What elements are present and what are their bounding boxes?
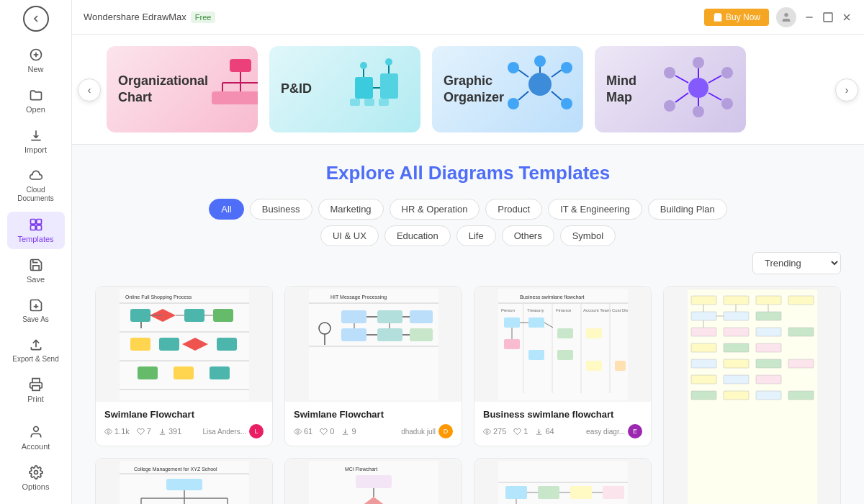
template-card[interactable]: Online Full Shopping Process xyxy=(95,286,273,446)
filter-it[interactable]: IT & Engineering xyxy=(548,199,642,220)
svg-point-45 xyxy=(561,62,572,73)
svg-rect-142 xyxy=(756,328,781,336)
template-card[interactable]: Registration Swimlane Flowchart 307 3 xyxy=(663,286,841,504)
hero-carousel-section: ‹ Organizational Chart xyxy=(72,35,864,145)
sidebar-item-options[interactable]: Options xyxy=(7,459,65,497)
svg-rect-78 xyxy=(174,366,194,379)
back-button[interactable] xyxy=(23,6,49,32)
template-card[interactable]: Business swimlane flowchart Person Treas… xyxy=(474,286,652,446)
svg-rect-93 xyxy=(377,310,402,323)
sidebar-item-import[interactable]: Import xyxy=(7,122,65,160)
topbar: Wondershare EdrawMax Free Buy Now xyxy=(72,0,864,35)
author-avatar: D xyxy=(438,424,453,438)
svg-rect-18 xyxy=(230,59,251,72)
template-grid: Online Full Shopping Process xyxy=(95,286,841,504)
svg-rect-155 xyxy=(724,391,749,400)
svg-rect-91 xyxy=(341,310,366,323)
svg-rect-118 xyxy=(528,318,544,328)
sidebar-item-templates[interactable]: Templates xyxy=(7,212,65,249)
svg-rect-95 xyxy=(410,310,433,323)
filter-business[interactable]: Business xyxy=(250,199,312,220)
sidebar-item-save-as[interactable]: Save As xyxy=(7,292,65,329)
svg-line-51 xyxy=(675,76,688,83)
svg-point-56 xyxy=(721,67,733,78)
filter-product[interactable]: Product xyxy=(485,199,542,220)
heart-icon xyxy=(320,428,328,436)
filter-row-2: UI & UX Education Life Others Symbol xyxy=(95,225,841,246)
svg-rect-189 xyxy=(356,475,392,488)
svg-line-57 xyxy=(708,93,721,100)
svg-point-60 xyxy=(693,106,704,117)
svg-rect-92 xyxy=(341,328,366,341)
sidebar-item-account[interactable]: Account xyxy=(7,419,65,456)
views-stat: 1.1k xyxy=(104,427,130,436)
filter-building[interactable]: Building Plan xyxy=(648,199,727,220)
template-card-body: Swimlane Flowchart 1.1k 7 xyxy=(96,402,272,446)
svg-point-47 xyxy=(561,98,572,109)
filter-symbol[interactable]: Symbol xyxy=(560,225,616,246)
section-title: Explore All Diagrams Templates xyxy=(95,162,841,184)
downloads-stat: 9 xyxy=(341,427,356,436)
svg-rect-137 xyxy=(691,312,716,320)
hero-card-pid[interactable]: P&ID xyxy=(269,46,420,132)
sidebar-item-save[interactable]: Save xyxy=(7,252,65,289)
sidebar-item-new[interactable]: New xyxy=(7,42,65,79)
close-icon[interactable] xyxy=(841,12,852,23)
user-avatar[interactable] xyxy=(776,7,796,27)
svg-point-13 xyxy=(784,13,788,17)
maximize-icon[interactable] xyxy=(822,12,834,23)
filter-marketing[interactable]: Marketing xyxy=(318,199,384,220)
download-icon xyxy=(341,428,349,436)
svg-rect-85 xyxy=(309,289,438,400)
template-card[interactable]: HIT Message Processing xyxy=(284,286,462,446)
sort-select[interactable]: Trending Newest Most Popular xyxy=(752,252,841,274)
sidebar-item-label: New xyxy=(27,65,43,73)
svg-rect-6 xyxy=(36,225,41,230)
template-card[interactable]: MCI Flowchart xyxy=(284,458,462,504)
svg-rect-35 xyxy=(364,99,374,106)
sidebar-item-open[interactable]: Open xyxy=(7,82,65,120)
hero-card-org-chart[interactable]: Organizational Chart xyxy=(107,46,258,132)
sidebar-item-label: Templates xyxy=(17,235,53,243)
filter-ui[interactable]: UI & UX xyxy=(320,225,379,246)
hero-card-mind-map[interactable]: Mind Map xyxy=(595,46,746,132)
template-icon xyxy=(29,217,43,232)
sidebar-item-cloud[interactable]: Cloud Documents xyxy=(7,163,65,209)
svg-point-54 xyxy=(664,100,675,112)
template-card-title: Swimlane Flowchart xyxy=(104,409,264,420)
avatar-icon xyxy=(780,12,792,23)
hero-card-title: P&ID xyxy=(281,81,312,97)
carousel-prev-button[interactable]: ‹ xyxy=(78,78,101,102)
svg-text:MCI Flowchart: MCI Flowchart xyxy=(345,467,377,472)
filter-others[interactable]: Others xyxy=(502,225,554,246)
svg-text:Account Team: Account Team xyxy=(583,308,611,312)
svg-rect-141 xyxy=(724,328,749,336)
template-card[interactable]: Swimlane Flowchart xyxy=(474,458,652,504)
minimize-icon[interactable] xyxy=(804,12,815,23)
carousel-next-button[interactable]: › xyxy=(835,78,858,102)
hero-carousel: Organizational Chart xyxy=(72,35,864,145)
filter-education[interactable]: Education xyxy=(384,225,451,246)
folder-icon xyxy=(29,88,43,102)
svg-rect-154 xyxy=(691,391,716,400)
filter-all[interactable]: All xyxy=(209,199,243,220)
hero-card-graphic-organizer[interactable]: Graphic Organizer xyxy=(432,46,583,132)
svg-rect-144 xyxy=(691,343,716,352)
buy-now-button[interactable]: Buy Now xyxy=(704,9,769,26)
svg-text:Online Full Shopping Process: Online Full Shopping Process xyxy=(125,294,192,300)
sidebar-item-label: Options xyxy=(22,482,50,491)
filter-life[interactable]: Life xyxy=(456,225,496,246)
template-card-image xyxy=(474,459,651,504)
template-card[interactable]: College Management for XYZ School xyxy=(95,458,273,504)
svg-text:Treasury: Treasury xyxy=(527,308,544,312)
template-stats: 275 1 64 xyxy=(483,427,554,436)
sidebar-item-print[interactable]: Print xyxy=(7,372,65,409)
eye-icon xyxy=(294,428,302,436)
export-icon xyxy=(29,338,43,352)
sidebar-item-export[interactable]: Export & Send xyxy=(7,332,65,369)
save-icon xyxy=(29,258,43,272)
filter-hr[interactable]: HR & Operation xyxy=(390,199,480,220)
template-stats: 1.1k 7 391 xyxy=(104,427,181,436)
svg-point-103 xyxy=(297,431,299,433)
svg-rect-76 xyxy=(217,338,237,351)
